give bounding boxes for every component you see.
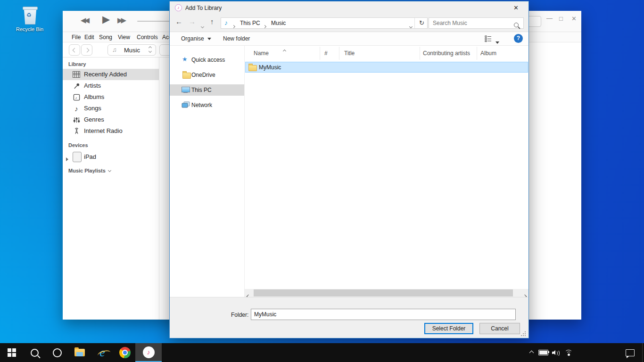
sidebar-item-ipad[interactable]: iPad xyxy=(63,150,159,163)
forward-icon: → xyxy=(189,17,196,25)
column-header-title[interactable]: Title xyxy=(339,47,420,60)
media-picker-dropdown[interactable]: ♫ Music xyxy=(107,44,156,56)
internet-explorer-button[interactable]: e xyxy=(91,343,113,362)
sidebar-item-genres[interactable]: Genres xyxy=(63,114,159,125)
menu-file[interactable]: File xyxy=(72,34,81,41)
sidebar-item-recently-added[interactable]: Recently Added xyxy=(63,69,159,80)
volume-icon[interactable] xyxy=(550,343,562,362)
dialog-address-row: ← → ↑ ♪ This PC Music ↻ xyxy=(170,15,528,32)
view-dropdown-arrow-icon[interactable] xyxy=(495,37,499,46)
itunes-app-icon: ♪ xyxy=(175,4,182,11)
search-input[interactable] xyxy=(432,19,509,27)
file-name: MyMusic xyxy=(259,64,281,71)
sidebar-item-internet-radio[interactable]: Internet Radio xyxy=(63,125,159,137)
cortana-button[interactable] xyxy=(46,343,68,362)
start-button[interactable] xyxy=(1,343,23,362)
sort-ascending-icon xyxy=(283,46,286,54)
fast-forward-icon[interactable]: ◀◀ xyxy=(119,16,126,25)
file-row-mymusic[interactable]: MyMusic xyxy=(245,62,528,73)
devices-header: Devices xyxy=(68,142,88,148)
sidebar-item-songs[interactable]: ♪ Songs xyxy=(63,103,159,114)
nav-item-quick-access[interactable]: ★ Quick access xyxy=(170,54,244,66)
column-header-name[interactable]: Name xyxy=(245,47,320,60)
network-icon xyxy=(182,101,190,110)
maximize-icon[interactable]: □ xyxy=(559,15,563,22)
history-chevron-icon[interactable] xyxy=(201,21,204,30)
tray-expand-button[interactable] xyxy=(526,343,537,362)
wifi-icon[interactable] xyxy=(562,343,575,362)
dropdown-arrow-icon xyxy=(207,38,211,40)
refresh-icon[interactable]: ↻ xyxy=(419,19,424,26)
close-icon[interactable]: ✕ xyxy=(571,15,577,22)
close-icon[interactable]: ✕ xyxy=(513,4,519,11)
horizontal-scrollbar[interactable] xyxy=(245,289,528,297)
chrome-button[interactable] xyxy=(114,343,136,362)
address-bar[interactable]: ♪ This PC Music ↻ xyxy=(221,17,428,29)
dialog-footer: Folder: Select Folder Cancel xyxy=(170,297,528,338)
new-folder-button[interactable]: New folder xyxy=(223,35,250,42)
cancel-button[interactable]: Cancel xyxy=(479,323,520,334)
folder-name-input[interactable] xyxy=(251,309,516,320)
folder-field-label: Folder: xyxy=(231,312,248,318)
organise-button[interactable]: Organise xyxy=(181,35,211,42)
desktop: ♻ Recycle Bin ◀◀ ▶ ◀◀ — □ ✕ File Edit So… xyxy=(0,0,644,362)
menu-view[interactable]: View xyxy=(118,34,130,41)
search-icon[interactable] xyxy=(514,21,519,29)
dialog-title-bar[interactable]: ♪ Add To Library ✕ xyxy=(170,1,528,15)
file-explorer-icon xyxy=(74,349,85,356)
library-header: Library xyxy=(68,61,86,67)
itunes-icon: ♪ xyxy=(143,346,155,358)
breadcrumb-chevron-icon[interactable] xyxy=(264,21,266,30)
file-explorer-button[interactable] xyxy=(69,343,91,362)
play-icon[interactable]: ▶ xyxy=(102,14,110,25)
sidebar-item-albums[interactable]: ♪ Albums xyxy=(63,91,159,103)
help-icon[interactable]: ? xyxy=(514,34,523,43)
column-header-artists[interactable]: Contributing artists xyxy=(420,47,477,60)
breadcrumb-this-pc[interactable]: This PC xyxy=(240,20,260,26)
forward-button[interactable] xyxy=(81,44,92,56)
select-folder-button[interactable]: Select Folder xyxy=(424,323,473,334)
minimize-icon[interactable]: — xyxy=(546,15,553,22)
media-picker-value: Music xyxy=(124,47,140,54)
music-note-icon: ♪ xyxy=(224,19,228,26)
scrollbar-thumb[interactable] xyxy=(254,289,513,296)
nav-item-network[interactable]: Network xyxy=(170,99,244,111)
chevron-down-icon xyxy=(108,169,111,172)
breadcrumb-chevron-icon[interactable] xyxy=(232,21,235,30)
microphone-icon xyxy=(72,82,81,90)
menu-edit[interactable]: Edit xyxy=(84,34,94,41)
back-icon[interactable]: ← xyxy=(175,17,182,25)
nav-item-this-pc[interactable]: This PC xyxy=(170,84,244,96)
nav-item-onedrive[interactable]: OneDrive xyxy=(170,69,244,81)
sidebar-item-artists[interactable]: Artists xyxy=(63,80,159,91)
search-box[interactable] xyxy=(429,17,524,29)
ipad-icon xyxy=(73,152,82,162)
radio-tower-icon xyxy=(72,127,81,135)
itunes-taskbar-button[interactable]: ♪ xyxy=(135,343,162,362)
music-playlists-header[interactable]: Music Playlists xyxy=(68,168,111,173)
dialog-toolbar: Organise New folder ? xyxy=(170,32,528,46)
itunes-sidebar: Library Recently Added Artists ♪ Albums xyxy=(63,58,159,320)
rewind-icon[interactable]: ◀◀ xyxy=(81,16,88,25)
recycle-bin-shortcut[interactable]: ♻ Recycle Bin xyxy=(13,4,46,38)
action-center-icon[interactable] xyxy=(621,343,638,362)
show-desktop-button[interactable] xyxy=(642,343,644,362)
column-header-number[interactable]: # xyxy=(320,47,339,60)
column-header-album[interactable]: Album xyxy=(477,47,528,60)
resize-grip[interactable] xyxy=(521,331,526,336)
recycle-bin-label: Recycle Bin xyxy=(13,26,46,32)
monitor-icon xyxy=(182,87,190,93)
menu-controls[interactable]: Controls xyxy=(137,34,158,41)
address-dropdown-icon[interactable] xyxy=(410,21,412,30)
expand-caret-icon[interactable] xyxy=(66,155,68,163)
taskbar-search-button[interactable] xyxy=(24,343,45,362)
breadcrumb-music[interactable]: Music xyxy=(271,20,286,26)
menu-song[interactable]: Song xyxy=(99,34,112,41)
sliders-icon xyxy=(72,115,81,124)
star-icon: ★ xyxy=(182,56,188,63)
back-button[interactable] xyxy=(69,44,80,56)
grid-icon xyxy=(72,70,81,79)
battery-icon[interactable] xyxy=(537,343,550,362)
view-options-icon[interactable] xyxy=(485,35,492,42)
up-icon[interactable]: ↑ xyxy=(210,17,214,25)
